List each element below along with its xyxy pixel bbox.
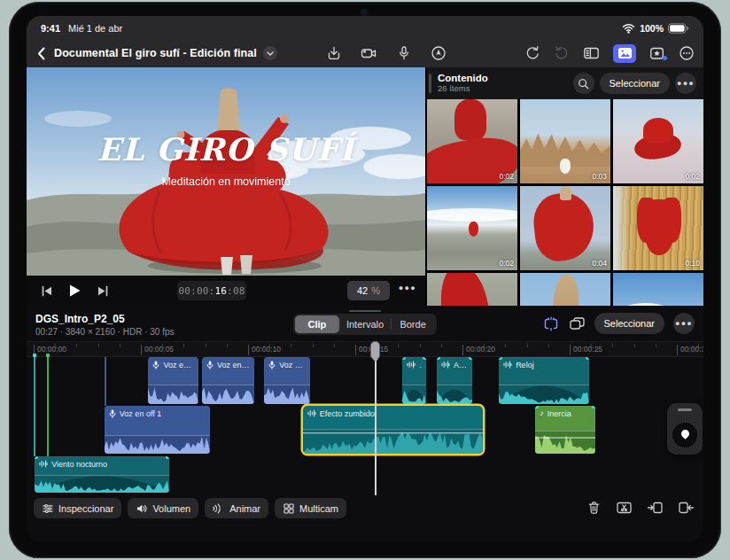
timeline-clip[interactable]: Viento nocturno xyxy=(35,456,169,493)
segment-clip[interactable]: Clip xyxy=(295,315,339,333)
insert-after-icon[interactable] xyxy=(678,500,695,516)
media-thumbnail[interactable]: 0:02 xyxy=(427,186,517,270)
clip-label: Viento nocturno xyxy=(51,460,107,469)
ruler-label: 00:00:05 xyxy=(141,345,174,355)
clip-header: Viento nocturno xyxy=(35,456,169,471)
back-chevron-icon[interactable] xyxy=(37,47,45,60)
ruler-tick xyxy=(313,344,314,347)
timeline-clip[interactable]: ♪Inercia xyxy=(535,406,595,454)
timeline-clip[interactable]: Voz en off 3 xyxy=(264,357,310,404)
search-icon[interactable] xyxy=(573,73,594,94)
timeline-clip[interactable]: Altu… xyxy=(437,357,472,404)
media-library-icon[interactable] xyxy=(649,46,665,61)
ruler-tick xyxy=(612,344,613,347)
clip-header: Efecto zumbido xyxy=(303,406,483,421)
inspeccionar-button[interactable]: Inspeccionar xyxy=(34,498,121,518)
button-label: Volumen xyxy=(152,503,190,514)
timeline-clip[interactable]: Voz en off 1 xyxy=(105,406,210,454)
overwrite-icon[interactable] xyxy=(569,316,586,331)
viewer-icon[interactable] xyxy=(613,44,636,63)
clip-body xyxy=(499,372,589,385)
ruler-label: 00:00:20 xyxy=(462,345,495,355)
timeline-tracks[interactable]: Voz en off 2Voz en off 2Voz en off 3…Alt… xyxy=(27,357,703,496)
clip-body xyxy=(148,372,198,385)
timeline-select-button[interactable]: Seleccionar xyxy=(594,313,664,334)
clip-body xyxy=(535,421,595,431)
skip-forward-icon[interactable] xyxy=(97,285,109,297)
draw-icon[interactable] xyxy=(431,45,447,61)
workspace: EL GIRO SUFÍ Meditación en movimiento xyxy=(27,67,703,306)
skip-back-icon[interactable] xyxy=(41,285,53,297)
segment-borde[interactable]: Borde xyxy=(391,315,435,333)
title-menu-chevron-icon[interactable] xyxy=(263,46,277,60)
viewer-more-icon[interactable]: ●●● xyxy=(399,284,416,292)
app-toolbar: Documental El giro sufí - Edición final xyxy=(27,39,703,67)
media-thumbnail[interactable] xyxy=(613,273,703,306)
browser-icon[interactable] xyxy=(583,45,600,61)
zoom-value: 42 xyxy=(357,285,368,296)
insert-before-icon[interactable] xyxy=(647,500,664,516)
jog-dial[interactable] xyxy=(672,422,698,448)
viewer-overlay-subtitle: Meditación en movimiento xyxy=(27,175,425,188)
jog-drag-bar[interactable] xyxy=(678,408,692,411)
volumen-button[interactable]: Volumen xyxy=(128,498,198,518)
clock: 9:41 xyxy=(41,23,60,34)
media-thumbnail[interactable] xyxy=(520,273,610,306)
clip-body xyxy=(202,372,254,385)
timeline-clip[interactable]: Efecto zumbido xyxy=(303,406,483,454)
waveform-icon xyxy=(307,409,316,417)
jog-wheel[interactable] xyxy=(667,403,703,455)
timeline-clip[interactable]: … xyxy=(402,357,426,404)
project-title[interactable]: Documental El giro sufí - Edición final xyxy=(54,47,257,59)
music-note-icon: ♪ xyxy=(540,409,544,417)
clip-waveform xyxy=(437,385,472,404)
timeline-more-icon[interactable]: ●●● xyxy=(673,313,695,334)
media-thumbnail[interactable]: 0:02 xyxy=(613,99,703,183)
zoom-level[interactable]: 42 % xyxy=(347,281,390,300)
ruler-tick xyxy=(548,344,549,347)
clip-header: ♪Inercia xyxy=(535,406,595,421)
camera-icon[interactable] xyxy=(361,45,377,61)
timeline-clip[interactable]: Voz en off 2 xyxy=(202,357,254,404)
trash-icon[interactable] xyxy=(586,500,602,516)
screen: 9:41 Mié 1 de abr 100% Documental El gir… xyxy=(27,16,703,542)
timecode-display[interactable]: 00:00:16:08 xyxy=(177,281,246,300)
multicam-button[interactable]: Multicam xyxy=(275,498,346,518)
media-thumbnail[interactable]: 0:03 xyxy=(520,99,610,183)
thumbnail-duration: 0:10 xyxy=(685,259,700,268)
play-icon[interactable] xyxy=(68,284,82,298)
viewer[interactable]: EL GIRO SUFÍ Meditación en movimiento xyxy=(27,67,425,276)
media-thumbnail[interactable]: 0:10 xyxy=(613,186,703,270)
media-thumbnail[interactable] xyxy=(427,273,517,306)
zoom-unit: % xyxy=(371,285,380,296)
status-bar: 9:41 Mié 1 de abr 100% xyxy=(27,16,703,39)
waveform-icon xyxy=(441,361,450,369)
clip-body xyxy=(437,372,472,385)
panel-drag-handle[interactable] xyxy=(429,74,431,93)
mic-icon[interactable] xyxy=(396,45,412,61)
content-select-button[interactable]: Seleccionar xyxy=(600,73,670,94)
undo-icon[interactable] xyxy=(524,45,540,61)
export-icon[interactable] xyxy=(326,45,342,61)
media-thumbnail[interactable]: 0:04 xyxy=(520,186,610,270)
playhead[interactable] xyxy=(375,341,377,495)
volume-icon xyxy=(136,502,148,515)
media-thumbnail[interactable]: 0:02 xyxy=(427,99,517,183)
clip-body xyxy=(402,372,426,385)
timeline-ruler[interactable]: 00:00:0000:00:0500:00:1000:00:1500:00:20… xyxy=(27,341,703,357)
timecode-seconds: 16 xyxy=(214,285,227,297)
split-clip-icon[interactable] xyxy=(616,500,633,516)
ruler-tick xyxy=(441,344,442,347)
mic-icon xyxy=(109,409,116,418)
content-more-icon[interactable]: ●●● xyxy=(675,73,696,94)
animar-button[interactable]: Animar xyxy=(205,498,268,518)
timeline-clip[interactable]: Reloj xyxy=(499,357,589,404)
thumbnail-duration: 0:03 xyxy=(592,172,607,181)
clip-connect-icon[interactable] xyxy=(542,316,560,331)
clip-label: Efecto zumbido xyxy=(320,409,375,418)
more-icon[interactable] xyxy=(679,45,695,61)
segment-intervalo[interactable]: Intervalo xyxy=(339,315,391,333)
playhead-handle[interactable] xyxy=(370,341,380,360)
timeline-clip[interactable]: Voz en off 2 xyxy=(148,357,198,404)
button-label: Animar xyxy=(229,503,260,514)
